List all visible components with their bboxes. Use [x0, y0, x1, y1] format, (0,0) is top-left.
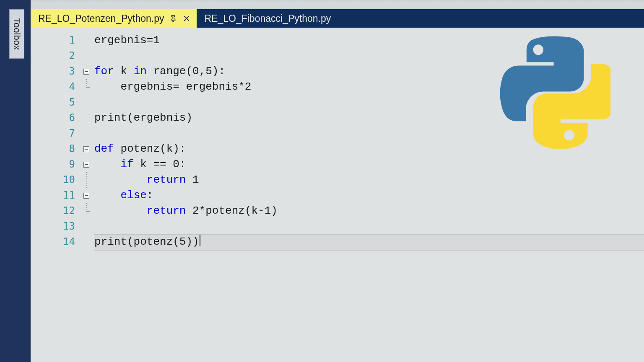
code-line[interactable]: ergebnis=1: [94, 33, 644, 48]
code-line[interactable]: [94, 126, 644, 141]
line-number: 6: [31, 110, 83, 126]
fold-slot: [83, 141, 94, 157]
tab-label: RE_LO_Fibonacci_Python.py: [204, 13, 331, 24]
code-line[interactable]: if k == 0:: [94, 157, 644, 172]
document-tab-bar: RE_LO_Potenzen_Python.py RE_LO_Fibonacci…: [31, 9, 644, 28]
line-number: 7: [31, 126, 83, 141]
line-number: 12: [31, 203, 83, 219]
code-line[interactable]: def potenz(k):: [94, 141, 644, 157]
line-number: 9: [31, 157, 83, 172]
fold-toggle-icon[interactable]: [83, 193, 89, 199]
fold-slot: [83, 188, 94, 203]
code-line[interactable]: [94, 219, 644, 234]
line-number: 3: [31, 64, 83, 79]
fold-slot: [83, 79, 94, 95]
fold-slot: [83, 157, 94, 172]
code-line[interactable]: else:: [94, 188, 644, 203]
tab-fibonacci[interactable]: RE_LO_Fibonacci_Python.py: [197, 9, 337, 28]
code-line[interactable]: for k in range(0,5):: [94, 64, 644, 79]
fold-slot: [83, 219, 94, 234]
line-number: 14: [31, 234, 83, 250]
code-line[interactable]: return 1: [94, 172, 644, 188]
fold-toggle-icon[interactable]: [83, 162, 89, 168]
fold-slot: [83, 33, 94, 48]
line-number: 10: [31, 172, 83, 188]
tab-potenzen[interactable]: RE_LO_Potenzen_Python.py: [31, 9, 197, 28]
code-line[interactable]: print(ergebnis): [94, 110, 644, 126]
code-line[interactable]: [94, 95, 644, 110]
line-number: 1: [31, 33, 83, 48]
fold-gutter: [83, 28, 94, 362]
close-icon[interactable]: [182, 14, 191, 23]
line-number: 13: [31, 219, 83, 234]
line-number: 5: [31, 95, 83, 110]
fold-slot: [83, 64, 94, 79]
ide-window: Toolbox RE_LO_Potenzen_Python.py RE_LO_F…: [0, 0, 644, 362]
fold-slot: [83, 234, 94, 250]
code-area[interactable]: ergebnis=1for k in range(0,5): ergebnis=…: [94, 28, 644, 362]
code-line[interactable]: print(potenz(5)): [94, 234, 644, 250]
fold-slot: [83, 172, 94, 188]
fold-slot: [83, 110, 94, 126]
code-line[interactable]: return 2*potenz(k-1): [94, 203, 644, 219]
pin-icon[interactable]: [169, 14, 177, 23]
tab-label: RE_LO_Potenzen_Python.py: [38, 13, 164, 24]
toolbox-label: Toolbox: [11, 18, 22, 50]
fold-slot: [83, 203, 94, 219]
code-line[interactable]: [94, 48, 644, 64]
line-number: 4: [31, 79, 83, 95]
fold-slot: [83, 126, 94, 141]
line-number-gutter: 1234567891011121314: [31, 28, 83, 362]
code-line[interactable]: ergebnis= ergebnis*2: [94, 79, 644, 95]
line-number: 8: [31, 141, 83, 157]
fold-toggle-icon[interactable]: [83, 146, 89, 152]
line-number: 11: [31, 188, 83, 203]
text-caret: [200, 235, 200, 246]
toolbox-panel-tab[interactable]: Toolbox: [9, 9, 24, 59]
fold-slot: [83, 48, 94, 64]
line-number: 2: [31, 48, 83, 64]
code-editor[interactable]: 1234567891011121314 ergebnis=1for k in r…: [31, 28, 644, 362]
fold-slot: [83, 95, 94, 110]
fold-toggle-icon[interactable]: [83, 69, 89, 75]
